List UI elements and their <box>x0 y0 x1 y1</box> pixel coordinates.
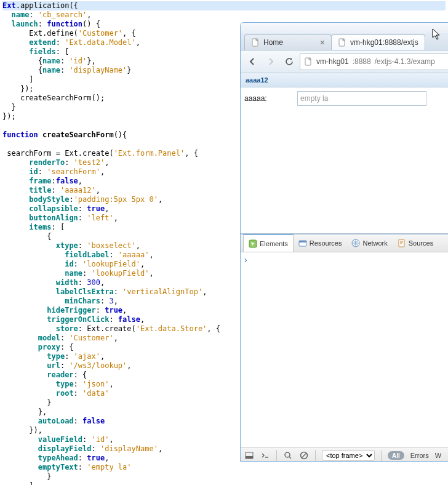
console-prompt-icon: › <box>244 255 247 265</box>
frame-selector[interactable]: <top frame> <box>322 450 375 461</box>
tab-network[interactable]: Network <box>346 234 392 252</box>
nav-toolbar: vm-hkg01:8888/extjs-4.1.3/examp <box>241 50 448 73</box>
panel-body: aaaaa: <box>241 87 448 110</box>
lookup-field[interactable] <box>297 91 426 106</box>
resources-icon <box>298 239 307 247</box>
svg-rect-9 <box>246 456 253 459</box>
devtools: Elements Resources Network Sources › <box>241 234 448 462</box>
inspect-icon <box>249 239 257 248</box>
console-icon[interactable] <box>260 451 270 460</box>
form-row: aaaaa: <box>244 91 448 106</box>
page-icon <box>304 57 313 66</box>
svg-rect-5 <box>299 241 306 242</box>
tab-label: vm-hkg01:8888/extjs <box>350 38 418 47</box>
browser-window: Home × vm-hkg01:8888/extjs vm-hkg01:8888… <box>240 22 448 462</box>
browser-titlebar[interactable] <box>241 23 448 33</box>
separator <box>315 450 316 461</box>
panel-header[interactable]: aaaa12 <box>241 73 448 87</box>
back-button[interactable] <box>244 54 260 70</box>
arrow-left-icon <box>247 57 257 66</box>
url-bar[interactable]: vm-hkg01:8888/extjs-4.1.3/examp <box>300 53 448 70</box>
tab-resources[interactable]: Resources <box>294 234 347 252</box>
tab-sources[interactable]: Sources <box>393 234 438 252</box>
tab-strip: Home × vm-hkg01:8888/extjs <box>241 33 448 50</box>
sources-icon <box>398 239 406 247</box>
forward-button[interactable] <box>263 54 279 70</box>
filter-all[interactable]: All <box>388 451 404 460</box>
reload-icon <box>284 57 294 66</box>
devtools-tabs: Elements Resources Network Sources <box>241 234 448 252</box>
network-icon <box>351 239 360 247</box>
url-path: /extjs-4.1.3/examp <box>375 57 435 66</box>
panel-title: aaaa12 <box>246 76 268 84</box>
url-host: vm-hkg01 <box>316 57 349 66</box>
mouse-cursor-icon <box>432 28 442 41</box>
page-icon <box>338 38 346 47</box>
svg-rect-7 <box>399 239 404 247</box>
separator <box>276 450 277 461</box>
close-icon[interactable]: × <box>320 38 325 47</box>
search-icon[interactable] <box>283 451 293 460</box>
dock-icon[interactable] <box>244 451 254 460</box>
tab-home[interactable]: Home × <box>244 34 332 50</box>
devtools-statusbar: <top frame> All Errors W <box>241 447 448 462</box>
clear-icon[interactable] <box>299 451 309 460</box>
reload-button[interactable] <box>281 54 297 70</box>
url-port: :8888 <box>353 57 371 66</box>
devtools-console[interactable]: › <box>241 252 448 447</box>
tab-label: Home <box>263 38 283 47</box>
filter-warnings[interactable]: W <box>435 452 441 459</box>
tab-elements[interactable]: Elements <box>243 234 294 252</box>
tab-current[interactable]: vm-hkg01:8888/extjs <box>331 34 425 50</box>
page-icon <box>251 38 260 47</box>
arrow-right-icon <box>266 57 276 66</box>
svg-point-10 <box>285 452 290 457</box>
field-label: aaaaa: <box>244 94 294 103</box>
page-content: aaaa12 aaaaa: <box>241 73 448 234</box>
filter-errors[interactable]: Errors <box>410 452 429 459</box>
separator <box>381 450 382 461</box>
